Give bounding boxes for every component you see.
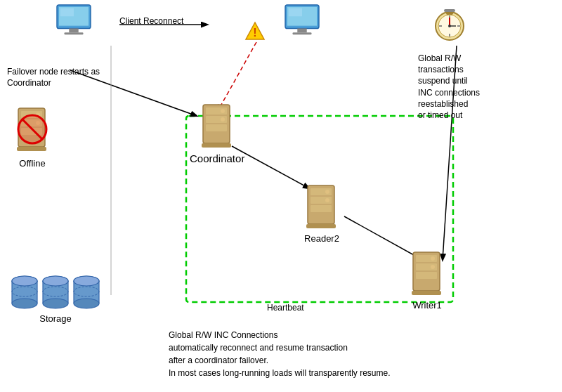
storage-label: Storage (39, 313, 72, 324)
stopwatch-node (432, 4, 467, 42)
svg-rect-53 (306, 224, 336, 228)
reader2-server-icon (302, 183, 341, 230)
svg-rect-43 (206, 124, 227, 131)
svg-point-79 (74, 299, 99, 308)
writer1-label: Writer1 (412, 300, 442, 311)
svg-rect-21 (17, 147, 46, 151)
client-node (53, 4, 95, 37)
svg-point-39 (448, 25, 451, 27)
client-reconnect-label: Client Reconnect (119, 15, 183, 27)
svg-rect-26 (297, 29, 306, 33)
svg-point-58 (431, 256, 435, 261)
offline-label: Offline (19, 158, 45, 169)
heartbeat-label: Heartbeat (267, 302, 304, 314)
svg-rect-27 (293, 32, 312, 34)
svg-rect-11 (65, 32, 84, 34)
storage-db-group (11, 274, 100, 311)
svg-line-1 (218, 42, 256, 111)
svg-point-72 (43, 299, 68, 308)
db-icon-3 (72, 274, 100, 311)
reader2-node: Reader2 (302, 183, 341, 244)
svg-rect-60 (412, 291, 441, 295)
offline-node: Offline (13, 105, 52, 169)
coordinator-server-icon (197, 102, 237, 150)
svg-point-67 (12, 276, 37, 286)
svg-text:!: ! (253, 27, 256, 39)
svg-point-52 (325, 198, 329, 202)
svg-rect-46 (202, 143, 231, 148)
global-rw-label: Global R/W transactions suspend until IN… (418, 53, 480, 121)
writer1-server-icon (407, 249, 447, 297)
warning-icon: ! (244, 21, 266, 44)
svg-rect-50 (311, 205, 332, 212)
db-icon-1 (11, 274, 39, 311)
svg-point-74 (43, 276, 68, 286)
svg-point-65 (12, 299, 37, 308)
bottom-description: Global R/W INC Connections automatically… (169, 329, 390, 379)
db-icon-2 (41, 274, 70, 311)
svg-rect-10 (69, 29, 78, 33)
client2-node (281, 4, 323, 37)
svg-point-45 (221, 117, 225, 122)
svg-point-59 (431, 265, 435, 269)
client-monitor-icon (53, 4, 95, 37)
svg-point-81 (74, 276, 99, 286)
svg-rect-12 (60, 8, 74, 17)
reader2-label: Reader2 (304, 233, 339, 244)
svg-rect-57 (416, 272, 437, 279)
stopwatch-icon (432, 4, 467, 42)
storage-node: Storage (11, 274, 100, 324)
svg-point-51 (325, 190, 329, 194)
offline-server-icon (13, 105, 52, 155)
coordinator-node: Coordinator (190, 102, 244, 164)
writer1-node: Writer1 (407, 249, 447, 311)
coordinator-label: Coordinator (190, 152, 244, 164)
svg-rect-31 (444, 9, 455, 12)
diagram: ! Client Reconnect Failover node restart… (0, 0, 562, 392)
svg-point-44 (221, 109, 225, 113)
client2-monitor-icon (281, 4, 323, 37)
failover-label: Failover node restarts as Coordinator (7, 67, 119, 89)
svg-rect-28 (289, 8, 302, 17)
